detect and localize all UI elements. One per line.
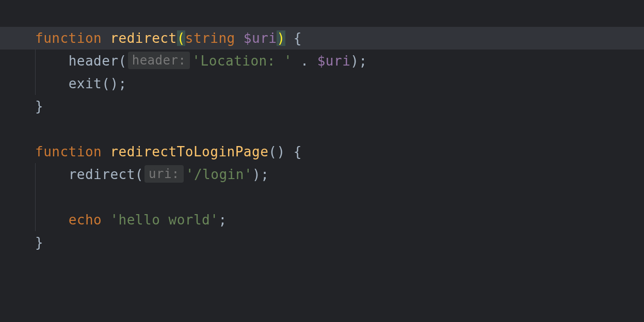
brace-close: } — [35, 99, 43, 114]
function-call: header — [69, 53, 119, 69]
keyword-type: string — [185, 30, 244, 46]
code-line[interactable]: echo 'hello world'; — [35, 208, 644, 231]
parameter-hint: header: — [128, 52, 190, 69]
indent — [35, 53, 69, 69]
code-line[interactable]: } — [35, 231, 644, 254]
function-call: redirect — [69, 167, 135, 182]
string-literal: '/login' — [186, 167, 252, 182]
code-line[interactable]: exit(); — [35, 72, 644, 95]
string-literal: 'hello world' — [110, 212, 218, 228]
indent-guide — [35, 186, 36, 208]
code-line-empty[interactable] — [35, 118, 644, 140]
brace-close: } — [35, 235, 43, 250]
code-text: ); — [252, 167, 269, 182]
code-text: () { — [268, 144, 302, 159]
code-line[interactable]: } — [35, 95, 644, 118]
matched-paren-close: ) — [277, 30, 285, 46]
indent — [35, 167, 69, 182]
code-text: ); — [350, 53, 367, 69]
indent — [35, 212, 69, 228]
function-name: redirectToLoginPage — [110, 144, 268, 159]
code-text: ; — [218, 212, 227, 228]
function-call: exit — [69, 76, 102, 91]
indent — [35, 76, 69, 91]
operator-concat: . — [292, 53, 317, 69]
code-line[interactable]: header(header:'Location: ' . $uri); — [35, 50, 644, 72]
keyword-function: function — [35, 144, 110, 159]
string-literal: 'Location: ' — [192, 53, 292, 69]
paren: ( — [119, 53, 127, 69]
code-editor[interactable]: function redirect(string $uri) { header(… — [0, 0, 644, 254]
keyword-echo: echo — [69, 212, 110, 228]
code-line[interactable]: function redirect(string $uri) { — [0, 27, 644, 50]
code-line-empty[interactable] — [35, 186, 644, 208]
code-text: { — [285, 30, 302, 46]
variable: $uri — [317, 53, 351, 69]
parameter-hint: uri: — [144, 165, 184, 183]
keyword-function: function — [35, 30, 110, 46]
code-line[interactable]: redirect(uri:'/login'); — [35, 163, 644, 186]
function-name: redirect — [110, 30, 176, 46]
variable: $uri — [244, 30, 277, 46]
code-line[interactable]: function redirectToLoginPage() { — [35, 140, 644, 163]
matched-paren-open: ( — [177, 30, 185, 46]
code-text: (); — [102, 76, 126, 91]
paren: ( — [135, 167, 143, 182]
